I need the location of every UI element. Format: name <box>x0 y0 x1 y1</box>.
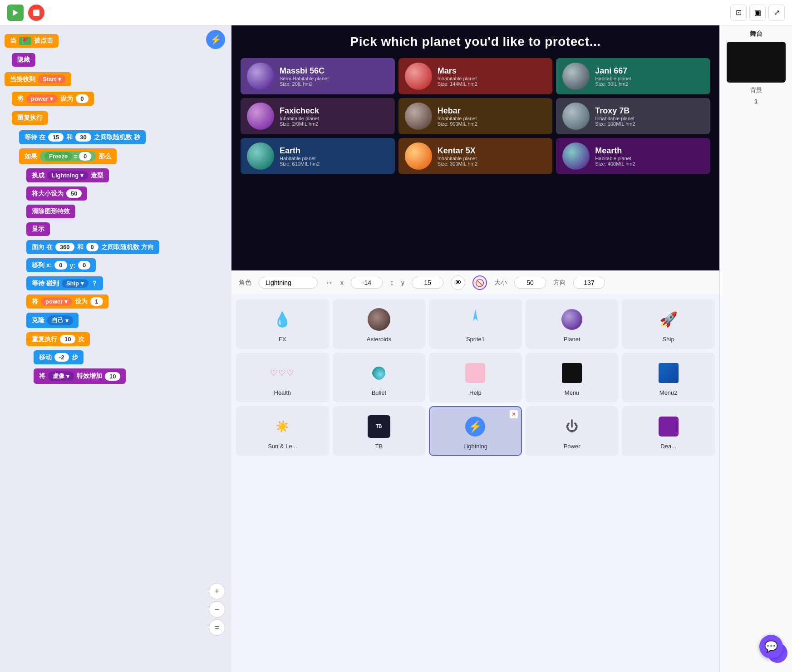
sprite-cell[interactable]: ⏻Power <box>526 406 619 456</box>
size-val: 50 <box>66 189 82 198</box>
sprite-cell[interactable]: Bullet <box>333 353 426 402</box>
delete-badge[interactable]: ✕ <box>509 410 518 419</box>
planet-image <box>405 103 432 130</box>
set-power2[interactable]: 将 power ▾ 设为 1 <box>26 294 108 309</box>
ghost-effect[interactable]: 将 虚像 ▾ 特效增加 10 <box>34 368 126 384</box>
repeat-count: 10 <box>60 335 75 343</box>
planet-type: Inhabitable planet <box>438 116 477 121</box>
green-flag-button[interactable] <box>7 5 24 21</box>
show-toggle-eye[interactable]: 👁 <box>451 275 465 290</box>
ghost-dropdown[interactable]: 虚像 ▾ <box>48 371 74 381</box>
size-label: 大小 <box>494 279 507 287</box>
sprite-cell-label: Sprite1 <box>466 336 485 343</box>
planet-card[interactable]: Massbi 56CSemi-Habitable planetSize: 20I… <box>241 58 395 94</box>
power-dropdown[interactable]: power ▾ <box>26 94 58 103</box>
planet-size: Size: 300MIL hm2 <box>438 161 477 167</box>
fullscreen-button[interactable]: ⤢ <box>768 5 785 21</box>
layout-btn-1[interactable]: ⊡ <box>730 5 747 21</box>
planet-card[interactable]: EarthHabitable planetSize: 610MIL hm2 <box>241 138 395 174</box>
x-input[interactable] <box>351 277 383 289</box>
ship-dropdown[interactable]: Ship ▾ <box>62 279 89 288</box>
repeat-block-section: 重复执行 <box>12 110 227 126</box>
clone-self[interactable]: 克隆 自己 ▾ <box>26 313 79 328</box>
size-input[interactable] <box>514 277 546 289</box>
planet-type: Inhabitable planet <box>438 156 477 161</box>
point-direction[interactable]: 面向 在 360 和 0 之间取随机数 方向 <box>26 240 159 254</box>
wait-block: 等待 在 15 和 30 之间取随机数 秒 <box>19 129 227 146</box>
sprite-cell[interactable]: ✕⚡Lightning <box>429 406 522 456</box>
sprite-cell[interactable]: Dea... <box>622 406 715 456</box>
power2-val: 1 <box>90 297 103 306</box>
sprite-cell[interactable]: Menu <box>526 353 619 402</box>
freeze-dropdown[interactable]: Freeze <box>44 152 72 161</box>
sprite-cell[interactable]: 🚀Ship <box>622 299 715 349</box>
planet-card[interactable]: HebarInhabitable planetSize: 900MIL hm2 <box>398 98 553 134</box>
sprite-cell[interactable]: Sprite1 <box>429 299 522 349</box>
wait-until-touch[interactable]: 等待 碰到 Ship ▾ ？ <box>26 276 103 290</box>
stage-preview[interactable] <box>727 42 786 83</box>
y-input[interactable] <box>412 277 443 289</box>
switch-costume[interactable]: 换成 Lightning ▾ 造型 <box>26 168 109 182</box>
x-label: x <box>340 279 344 286</box>
sprite-cell[interactable]: Planet <box>526 299 619 349</box>
zoom-controls: + − = <box>209 583 225 636</box>
sprite-cell-label: Lightning <box>463 443 487 450</box>
zoom-in-button[interactable]: + <box>209 583 225 599</box>
show-block[interactable]: 显示 <box>26 222 50 236</box>
repeat-n-block[interactable]: 重复执行 10 次 <box>26 332 90 346</box>
when-flag-clicked-block[interactable]: 当 🚩 被点击 <box>5 34 59 48</box>
planet-info: HebarInhabitable planetSize: 900MIL hm2 <box>438 106 477 127</box>
planet-card[interactable]: FaxicheckInhabitable planetSize: 2/0MIL … <box>241 98 395 134</box>
sprite-cell[interactable]: ☀️Sun & Le... <box>236 406 329 456</box>
set-power-orange[interactable]: 将 power ▾ 设为 0 <box>12 92 94 106</box>
planet-name: Earth <box>280 146 320 156</box>
planet-card[interactable]: MarsInhabitable planetSize: 144MIL hm2 <box>398 58 553 94</box>
hide-block[interactable]: 隐藏 <box>12 53 35 67</box>
power2-dropdown[interactable]: power ▾ <box>41 297 72 306</box>
layout-btn-2[interactable]: ▣ <box>749 5 766 21</box>
planet-card[interactable]: MearthHabitable planetSize: 400MIL hm2 <box>556 138 710 174</box>
when-receive-block[interactable]: 当接收到 Start ▾ <box>5 72 71 86</box>
planet-card[interactable]: Jani 667Habitable planetSize: 30IL hm2 <box>556 58 710 94</box>
hide-toggle[interactable]: 🚫 <box>472 275 487 290</box>
sprite-icon-sun-&-le...: ☀️ <box>269 413 296 440</box>
planet-card[interactable]: Kentar 5XInhabitable planetSize: 300MIL … <box>398 138 553 174</box>
repeat-block[interactable]: 重复执行 <box>12 111 48 125</box>
lightning-fab[interactable]: ⚡ <box>206 30 225 49</box>
dir-input[interactable] <box>573 277 605 289</box>
sprite-cell[interactable]: ♡♡♡Health <box>236 353 329 402</box>
planet-grid: Massbi 56CSemi-Habitable planetSize: 20I… <box>241 58 710 174</box>
sprite-cell[interactable]: 💧FX <box>236 299 329 349</box>
sprite-cell[interactable]: Asteroids <box>333 299 426 349</box>
set-size[interactable]: 将大小设为 50 <box>26 186 87 201</box>
wait-num2: 30 <box>75 133 91 142</box>
power-val: 0 <box>76 94 88 103</box>
sprite-cell-label: Asteroids <box>367 336 391 343</box>
effect-val: 10 <box>105 372 120 381</box>
stage-label: 舞台 <box>750 30 762 38</box>
go-to-xy[interactable]: 移到 x: 0 y: 0 <box>26 258 96 272</box>
self-dropdown[interactable]: 自己 ▾ <box>47 315 73 325</box>
if-freeze-block: 如果 Freeze = 0 那么 <box>19 147 227 166</box>
lightning-costume-dropdown[interactable]: Lightning ▾ <box>47 171 88 180</box>
chat-fab[interactable]: 💬 <box>759 635 783 658</box>
wait-random-block[interactable]: 等待 在 15 和 30 之间取随机数 秒 <box>19 130 146 144</box>
zoom-out-button[interactable]: − <box>209 601 225 618</box>
sprite-cell[interactable]: Menu2 <box>622 353 715 402</box>
sprite-name-input[interactable] <box>259 277 318 289</box>
flag-icon: 🚩 <box>19 37 31 45</box>
if-block[interactable]: 如果 Freeze = 0 那么 <box>19 148 117 164</box>
start-dropdown[interactable]: Start ▾ <box>38 75 66 83</box>
clear-effects[interactable]: 清除图形特效 <box>26 205 75 218</box>
code-panel: ⚡ 当 🚩 被点击 隐藏 当接收到 Start ▾ <box>0 25 231 672</box>
move-steps[interactable]: 移动 -2 步 <box>34 350 84 364</box>
planet-card[interactable]: Troxy 7BInhabitable planetSize: 100MIL h… <box>556 98 710 134</box>
sprite-icon-bullet <box>365 359 393 387</box>
fit-button[interactable]: = <box>209 619 225 636</box>
stop-button[interactable] <box>28 5 44 21</box>
planet-size: Size: 30IL hm2 <box>595 81 631 87</box>
sprite-cell[interactable]: Help <box>429 353 522 402</box>
sprite-cell[interactable]: TBTB <box>333 406 426 456</box>
planet-image <box>562 63 590 90</box>
y-label: y <box>401 279 404 286</box>
